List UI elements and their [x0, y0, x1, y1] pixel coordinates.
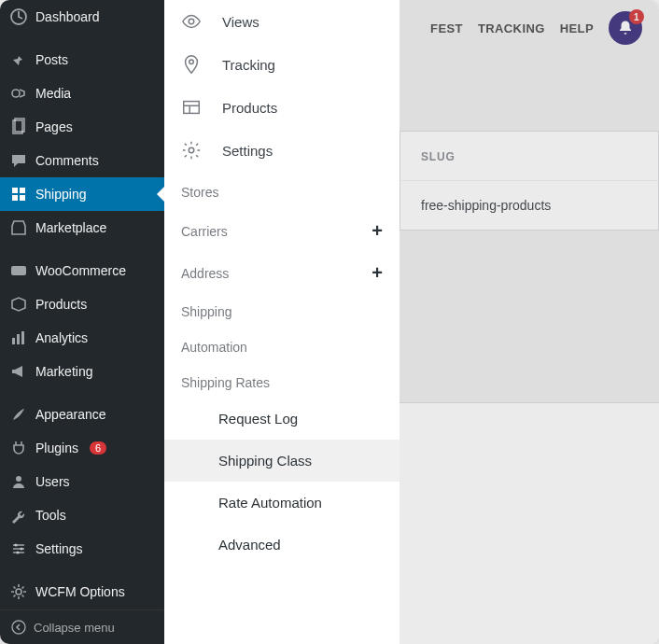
submenu-sub-shipping-class[interactable]: Shipping Class [164, 440, 400, 482]
sidebar-item-tools[interactable]: Tools [0, 498, 164, 532]
collapse-menu-button[interactable]: Collapse menu [0, 609, 164, 644]
submenu-sub-rate-automation[interactable]: Rate Automation [164, 482, 400, 524]
gear-icon [181, 140, 202, 161]
sub-label: Advanced [218, 537, 281, 553]
svg-point-18 [189, 19, 194, 24]
submenu-section-address[interactable]: Address + [164, 249, 400, 291]
submenu-section-shipping[interactable]: Shipping [164, 291, 400, 327]
sidebar-item-settings[interactable]: Settings [0, 532, 164, 566]
sidebar-label: Products [35, 297, 87, 312]
svg-rect-7 [20, 195, 25, 201]
sub-label: Request Log [218, 411, 298, 427]
shipping-submenu: Views Tracking Products Settings Stores … [164, 0, 400, 644]
grid-icon [9, 185, 28, 203]
sidebar-item-analytics[interactable]: Analytics [0, 321, 164, 355]
sidebar-item-posts[interactable]: Posts [0, 43, 164, 77]
top-nav: FEST TRACKING HELP 1 [400, 0, 659, 56]
submenu-label: Tracking [222, 57, 275, 73]
svg-rect-11 [21, 331, 24, 344]
submenu-sub-advanced[interactable]: Advanced [164, 524, 400, 566]
svg-point-12 [16, 476, 21, 482]
submenu-sub-request-log[interactable]: Request Log [164, 398, 400, 440]
submenu-section-shipping-rates[interactable]: Shipping Rates [164, 362, 400, 398]
section-label: Shipping Rates [181, 375, 270, 390]
chart-icon [9, 329, 28, 347]
plugins-badge: 6 [90, 441, 106, 455]
sidebar-label: Users [35, 474, 70, 489]
svg-rect-5 [20, 188, 25, 193]
submenu-label: Products [222, 100, 277, 116]
store-icon [9, 218, 28, 237]
submenu-item-views[interactable]: Views [164, 0, 400, 43]
expand-icon[interactable]: + [372, 262, 383, 284]
svg-point-1 [12, 90, 20, 97]
submenu-item-products[interactable]: Products [164, 86, 400, 129]
expand-icon[interactable]: + [372, 220, 383, 242]
sidebar-label: Marketing [35, 364, 92, 379]
box-icon [9, 295, 28, 314]
sidebar-label: Dashboard [35, 9, 100, 24]
sidebar-item-comments[interactable]: Comments [0, 144, 164, 177]
table-row[interactable]: free-shipping-products [400, 180, 658, 230]
sidebar-item-appearance[interactable]: Appearance [0, 398, 164, 431]
svg-point-13 [14, 543, 17, 546]
submenu-item-tracking[interactable]: Tracking [164, 43, 400, 86]
submenu-item-settings[interactable]: Settings [164, 129, 400, 172]
svg-point-21 [189, 147, 194, 153]
sidebar-label: Settings [35, 541, 83, 556]
megaphone-icon [9, 362, 28, 381]
sidebar-item-media[interactable]: Media [0, 77, 164, 110]
gear-icon [9, 582, 28, 601]
sidebar-item-marketing[interactable]: Marketing [0, 355, 164, 388]
sidebar-item-woocommerce[interactable]: WooCommerce [0, 254, 164, 287]
sidebar-item-shipping[interactable]: Shipping [0, 177, 164, 211]
svg-rect-10 [17, 334, 20, 344]
sidebar-label: WooCommerce [35, 263, 126, 278]
svg-rect-4 [12, 188, 18, 193]
sidebar-item-products[interactable]: Products [0, 287, 164, 321]
sidebar-label: Shipping [35, 187, 87, 202]
brush-icon [9, 405, 28, 424]
collapse-icon [9, 618, 28, 637]
sidebar-label: Marketplace [35, 220, 106, 235]
svg-point-15 [16, 551, 19, 553]
sidebar-item-pages[interactable]: Pages [0, 110, 164, 144]
notification-bell[interactable]: 1 [609, 11, 642, 45]
svg-rect-8 [11, 266, 26, 275]
svg-point-14 [20, 547, 22, 550]
section-label: Automation [181, 340, 247, 355]
sidebar-item-wcfm-options[interactable]: WCFM Options [0, 575, 164, 609]
section-label: Address [181, 266, 229, 281]
svg-point-16 [16, 589, 21, 595]
svg-rect-20 [184, 102, 200, 114]
submenu-section-stores[interactable]: Stores [164, 172, 400, 207]
sidebar-item-plugins[interactable]: Plugins 6 [0, 431, 164, 465]
admin-sidebar: Dashboard Posts Media Pages Comments Shi… [0, 0, 164, 644]
topnav-item-tracking[interactable]: TRACKING [478, 21, 545, 35]
sidebar-label: Appearance [35, 407, 106, 422]
topnav-item-help[interactable]: HELP [560, 21, 594, 35]
user-icon [9, 472, 28, 491]
app-window: Dashboard Posts Media Pages Comments Shi… [0, 0, 659, 644]
sidebar-label: Media [35, 86, 71, 101]
column-header-slug: SLUG [400, 132, 658, 180]
sub-label: Rate Automation [218, 495, 322, 511]
svg-rect-6 [12, 195, 18, 201]
sidebar-label: Tools [35, 508, 66, 523]
section-label: Carriers [181, 224, 228, 239]
comment-icon [9, 151, 28, 170]
collapse-label: Collapse menu [34, 621, 115, 635]
submenu-section-carriers[interactable]: Carriers + [164, 207, 400, 249]
plug-icon [9, 439, 28, 457]
dashboard-icon [9, 7, 28, 26]
sidebar-item-dashboard[interactable]: Dashboard [0, 0, 164, 34]
sidebar-label: Posts [35, 52, 68, 67]
svg-point-19 [189, 60, 194, 64]
sidebar-item-marketplace[interactable]: Marketplace [0, 211, 164, 245]
topnav-item-fest[interactable]: FEST [430, 21, 463, 35]
wrench-icon [9, 506, 28, 525]
sidebar-item-users[interactable]: Users [0, 465, 164, 498]
submenu-label: Settings [222, 143, 273, 159]
notification-count: 1 [629, 9, 644, 24]
submenu-section-automation[interactable]: Automation [164, 327, 400, 362]
